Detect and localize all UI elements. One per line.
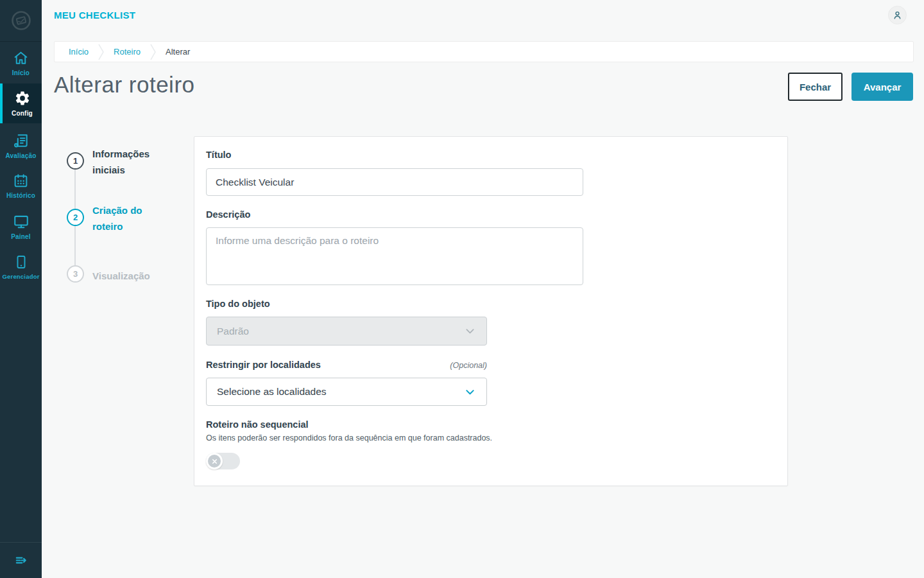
localities-select[interactable]: Selecione as localidades [206,378,487,406]
step-3-label: Visualização [92,268,171,284]
object-type-label: Tipo do objeto [206,299,270,309]
person-icon [892,10,903,21]
user-avatar-button[interactable] [888,6,907,24]
chevron-right-icon [98,43,105,61]
sidebar-item-label: Painel [11,233,31,240]
step-2-label[interactable]: Criação do roteiro [92,202,171,234]
step-2-circle[interactable]: 2 [67,209,84,226]
description-textarea[interactable] [206,227,583,285]
page-title: Alterar roteiro [54,72,195,98]
chevron-down-icon [464,325,476,337]
home-icon [13,50,29,66]
description-field-label: Descrição [206,209,250,220]
logo-icon [10,9,33,32]
close-button[interactable]: Fechar [788,73,843,101]
breadcrumb-alterar: Alterar [166,47,190,57]
sidebar-item-label: Config [12,110,33,117]
breadcrumb: Início Roteiro Alterar [54,41,914,62]
breadcrumb-roteiro[interactable]: Roteiro [114,47,141,57]
non-sequential-toggle[interactable] [206,453,240,469]
next-button[interactable]: Avançar [851,73,913,101]
brand-title: MEU CHECKLIST [54,10,135,21]
form-card: Título Descrição Tipo do objeto Padrão R… [194,136,788,486]
calendar-icon [13,173,29,189]
sidebar-item-avaliacao[interactable]: Avaliação [0,127,42,164]
non-sequential-help: Os itens poderão ser respondidos fora da… [206,434,492,442]
sidebar-item-label: Histórico [6,192,35,199]
breadcrumb-inicio[interactable]: Início [69,47,89,57]
sidebar-item-label: Início [12,69,30,76]
toggle-knob-off [206,453,223,469]
sidebar-item-historico[interactable]: Histórico [0,167,42,204]
sidebar: Início Config Avaliação Histórico Painel [0,0,42,578]
step-3-circle: 3 [67,265,84,283]
gear-icon [14,90,31,107]
chevron-right-icon [150,43,157,61]
report-icon [13,132,30,149]
non-sequential-label: Roteiro não sequencial [206,419,309,430]
localities-placeholder: Selecione as localidades [217,386,327,398]
expand-menu-icon [13,553,28,568]
title-field-label: Título [206,150,231,160]
step-1-circle[interactable]: 1 [67,152,84,170]
chevron-down-icon [464,386,476,398]
step-1-label[interactable]: Informações iniciais [92,146,171,178]
object-type-select: Padrão [206,317,487,346]
sidebar-item-inicio[interactable]: Início [0,45,42,81]
sidebar-item-painel[interactable]: Painel [0,208,42,245]
sidebar-item-gerenciador[interactable]: Gerenciador [0,249,42,286]
sidebar-item-label: Gerenciador [2,273,39,280]
monitor-icon [13,213,30,230]
x-icon [211,458,218,465]
app-logo[interactable] [0,0,42,42]
sidebar-item-label: Avaliação [5,152,36,159]
tablet-icon [13,254,29,270]
sidebar-item-config[interactable]: Config [0,83,42,123]
object-type-value: Padrão [217,326,249,337]
title-input[interactable] [206,168,583,196]
optional-hint: (Opcional) [206,361,487,370]
sidebar-expand-button[interactable] [0,542,42,578]
